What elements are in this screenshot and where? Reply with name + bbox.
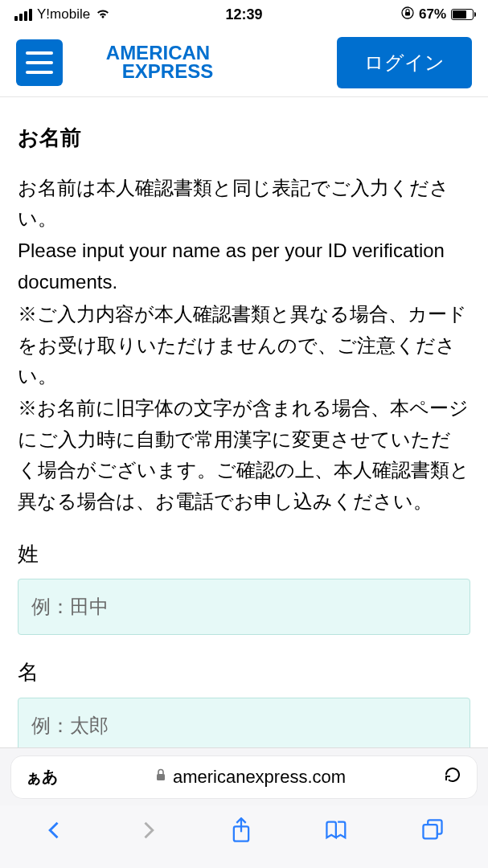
brand-logo[interactable]: AMERICAN EXPRESS	[106, 44, 213, 81]
note-1: ※ご入力内容が本人確認書類と異なる場合、カードをお受け取りいただけませんので、ご…	[18, 299, 470, 391]
signal-icon	[14, 9, 32, 21]
surname-input[interactable]	[18, 579, 470, 635]
svg-rect-4	[423, 825, 437, 838]
lock-icon	[155, 768, 166, 785]
rotation-lock-icon	[401, 6, 414, 23]
bookmarks-button[interactable]	[324, 819, 350, 845]
svg-rect-2	[157, 774, 165, 780]
app-header: AMERICAN EXPRESS ログイン	[0, 29, 488, 97]
menu-button[interactable]	[16, 39, 63, 86]
forward-button[interactable]	[137, 819, 159, 845]
brand-line2: EXPRESS	[106, 63, 213, 81]
login-button[interactable]: ログイン	[337, 37, 472, 88]
wifi-icon	[95, 6, 111, 23]
instruction-en: Please input your name as per your ID ve…	[18, 235, 470, 297]
back-button[interactable]	[43, 819, 66, 845]
surname-label: 姓	[18, 538, 470, 571]
form-content: お名前 お名前は本人確認書類と同じ表記でご入力ください。 Please inpu…	[0, 97, 488, 754]
givenname-label: 名	[18, 656, 470, 690]
url-display[interactable]: americanexpress.com	[71, 767, 430, 788]
reload-button[interactable]	[443, 765, 462, 789]
note-2: ※お名前に旧字体の文字が含まれる場合、本ページにご入力時に自動で常用漢字に変更さ…	[18, 393, 470, 517]
url-capsule[interactable]: ぁあ americanexpress.com	[11, 756, 477, 798]
battery-percent: 67%	[419, 6, 446, 23]
text-size-button[interactable]: ぁあ	[26, 766, 58, 788]
instruction-jp: お名前は本人確認書類と同じ表記でご入力ください。	[18, 173, 470, 235]
tabs-button[interactable]	[420, 818, 445, 845]
status-bar: Y!mobile 12:39 67%	[0, 0, 488, 29]
share-button[interactable]	[230, 817, 252, 846]
battery-icon	[451, 9, 474, 20]
status-left: Y!mobile	[14, 6, 111, 23]
givenname-input[interactable]	[18, 698, 470, 754]
status-time: 12:39	[225, 6, 262, 23]
section-title: お名前	[18, 121, 470, 155]
url-domain: americanexpress.com	[173, 767, 346, 788]
status-right: 67%	[401, 6, 474, 23]
svg-rect-1	[405, 12, 410, 16]
browser-toolbar	[0, 805, 488, 868]
browser-url-bar: ぁあ americanexpress.com	[0, 747, 488, 805]
carrier-label: Y!mobile	[37, 6, 90, 23]
hamburger-icon	[26, 51, 53, 55]
